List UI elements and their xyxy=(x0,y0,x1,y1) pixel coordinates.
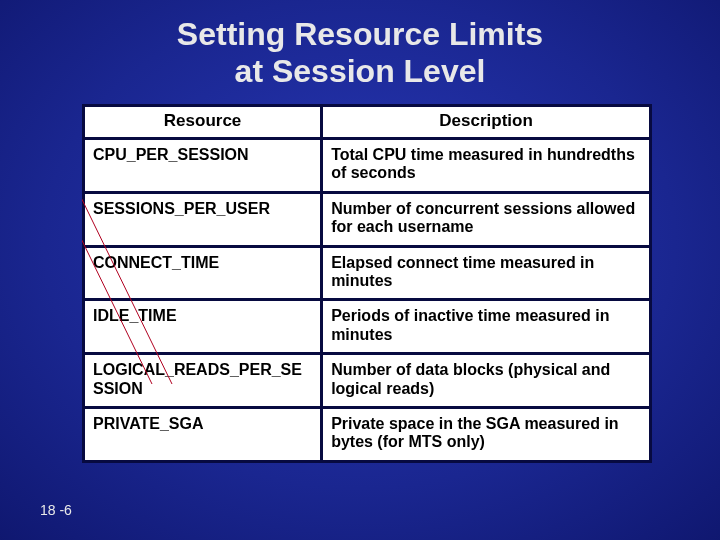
resource-table-container: Resource Description CPU_PER_SESSION Tot… xyxy=(82,104,652,463)
cell-description: Private space in the SGA measured in byt… xyxy=(322,407,651,461)
page-number: 18 -6 xyxy=(40,502,72,518)
cell-description: Total CPU time measured in hundredths of… xyxy=(322,139,651,193)
table-row: IDLE_TIME Periods of inactive time measu… xyxy=(84,300,651,354)
cell-resource: CONNECT_TIME xyxy=(84,246,322,300)
resource-table: Resource Description CPU_PER_SESSION Tot… xyxy=(82,104,652,463)
table-header-row: Resource Description xyxy=(84,106,651,139)
table-row: CPU_PER_SESSION Total CPU time measured … xyxy=(84,139,651,193)
table-row: SESSIONS_PER_USER Number of concurrent s… xyxy=(84,192,651,246)
title-line-2: at Session Level xyxy=(235,53,486,89)
cell-resource: IDLE_TIME xyxy=(84,300,322,354)
cell-description: Number of data blocks (physical and logi… xyxy=(322,354,651,408)
table-row: LOGICAL_READS_PER_SESSION Number of data… xyxy=(84,354,651,408)
cell-description: Periods of inactive time measured in min… xyxy=(322,300,651,354)
slide-title: Setting Resource Limits at Session Level xyxy=(0,0,720,90)
header-resource: Resource xyxy=(84,106,322,139)
cell-description: Elapsed connect time measured in minutes xyxy=(322,246,651,300)
cell-resource: CPU_PER_SESSION xyxy=(84,139,322,193)
header-description: Description xyxy=(322,106,651,139)
cell-description: Number of concurrent sessions allowed fo… xyxy=(322,192,651,246)
table-row: PRIVATE_SGA Private space in the SGA mea… xyxy=(84,407,651,461)
cell-resource: PRIVATE_SGA xyxy=(84,407,322,461)
cell-resource: LOGICAL_READS_PER_SESSION xyxy=(84,354,322,408)
table-row: CONNECT_TIME Elapsed connect time measur… xyxy=(84,246,651,300)
cell-resource: SESSIONS_PER_USER xyxy=(84,192,322,246)
title-line-1: Setting Resource Limits xyxy=(177,16,543,52)
